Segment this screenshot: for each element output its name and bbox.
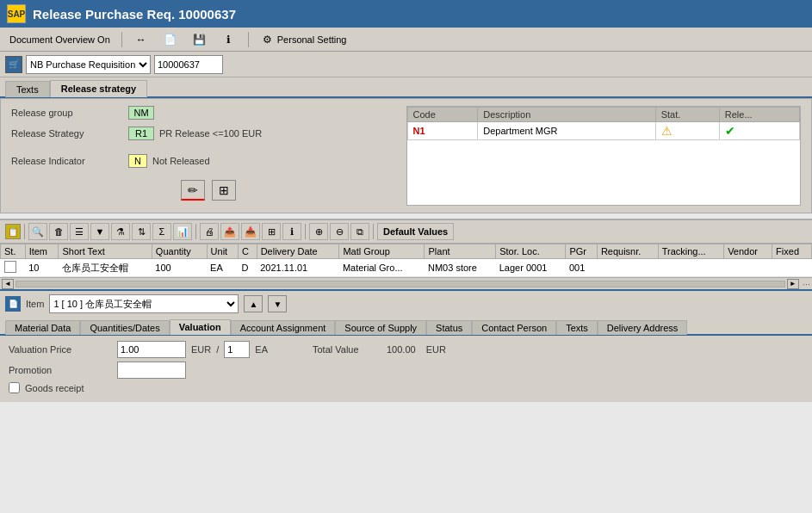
export-btn[interactable]: 📤: [220, 223, 239, 240]
save-btn[interactable]: 💾: [188, 29, 212, 50]
toolbar-separator-1: [121, 32, 122, 47]
items-table-row[interactable]: 10 仓库员工安全帽 100 EA D 2021.11.01 Material …: [1, 259, 812, 277]
tab-texts[interactable]: Texts: [5, 81, 50, 97]
sep3: [305, 224, 306, 239]
table-row[interactable]: N1 Department MGR ⚠ ✔: [407, 122, 800, 140]
tab-account-assignment[interactable]: Account Assignment: [231, 320, 336, 335]
valuation-price-row: Valuation Price EUR / EA Total Value 100…: [9, 341, 803, 358]
col-description: Description: [478, 108, 655, 122]
scroll-track[interactable]: [15, 281, 785, 287]
info-icon: ℹ: [221, 32, 237, 47]
tab-delivery-address[interactable]: Delivery Address: [598, 320, 688, 335]
sort-btn[interactable]: ⇅: [132, 223, 151, 240]
tab-material-data[interactable]: Material Data: [5, 320, 80, 335]
col-delivery-date: Delivery Date: [257, 244, 339, 259]
col-vendor: Vendor: [724, 244, 772, 259]
sum-btn[interactable]: Σ: [152, 223, 171, 240]
toolbar-separator-2: [248, 32, 249, 47]
info2-btn[interactable]: ℹ: [282, 223, 301, 240]
goods-receipt-label: Goods receipt: [25, 383, 128, 393]
row-delivery-date: 2021.11.01: [257, 259, 339, 277]
items-toolbar: 📋 🔍 🗑 ☰ ▼ ⚗ ⇅ Σ 📊 🖨 📤 📥 ⊞ ℹ ⊕ ⊖ ⧉ Defaul…: [0, 219, 812, 244]
promotion-input[interactable]: [117, 362, 186, 379]
search-btn[interactable]: 🔍: [28, 223, 47, 240]
default-values-btn[interactable]: Default Values: [377, 223, 454, 240]
tab-release-strategy[interactable]: Release strategy: [50, 80, 147, 97]
page-title: Release Purchase Req. 10000637: [33, 7, 236, 22]
doc-number-input[interactable]: [154, 55, 223, 74]
release-indicator-row: Release Indicator N Not Released: [11, 154, 406, 168]
nav-up-btn[interactable]: ▲: [244, 295, 263, 312]
filter-btn[interactable]: ▼: [90, 223, 109, 240]
document-overview-btn[interactable]: Document Overview On: [5, 32, 115, 47]
print-btn[interactable]: 🖨: [200, 223, 219, 240]
row-fixed: [772, 259, 812, 277]
graph-btn[interactable]: 📊: [173, 223, 192, 240]
valuation-price-input[interactable]: [117, 341, 186, 358]
info-btn[interactable]: ℹ: [217, 29, 241, 50]
release-strategy-text: PR Release <=100 EUR: [159, 128, 262, 139]
delete-btn[interactable]: 🗑: [49, 223, 68, 240]
item-detail-bar: 📄 Item 1 [ 10 ] 仓库员工安全帽 ▲ ▼: [0, 289, 812, 317]
scroll-left-btn[interactable]: ◄: [2, 279, 14, 289]
tab-texts[interactable]: Texts: [556, 320, 598, 335]
row-short-text: 仓库员工安全帽: [59, 259, 152, 277]
sep2: [195, 224, 196, 239]
grid-btn[interactable]: ⊞: [262, 223, 281, 240]
tab-contact-person[interactable]: Contact Person: [472, 320, 556, 335]
col-short-text: Short Text: [59, 244, 152, 259]
quantity-input[interactable]: [224, 341, 250, 358]
arrow-btn[interactable]: ↔: [129, 29, 153, 50]
main-toolbar: Document Overview On ↔ 📄 💾 ℹ ⚙ Personal …: [0, 28, 812, 52]
col-code: Code: [407, 108, 478, 122]
release-left-side: Release group NM Release Strategy R1 PR …: [11, 106, 406, 206]
nav-down-btn[interactable]: ▼: [268, 295, 287, 312]
collapse-btn[interactable]: ⊖: [330, 223, 349, 240]
total-value-text: 100.00: [387, 344, 416, 355]
tab-valuation[interactable]: Valuation: [170, 319, 231, 335]
tab-quantities-dates[interactable]: Quantities/Dates: [80, 320, 169, 335]
arrow-icon: ↔: [133, 32, 149, 47]
sep1: [24, 224, 25, 239]
item-select[interactable]: 1 [ 10 ] 仓库员工安全帽: [49, 294, 239, 313]
row-status: ⚠: [655, 122, 719, 140]
tab-source-of-supply[interactable]: Source of Supply: [335, 320, 426, 335]
import-btn[interactable]: 📥: [241, 223, 260, 240]
release-strategy-label: Release Strategy: [11, 128, 123, 139]
action-buttons: ✏ ⊞: [11, 175, 406, 206]
app-icon: SAP: [7, 4, 26, 23]
filter2-btn[interactable]: ⚗: [111, 223, 130, 240]
row-st: [1, 259, 26, 277]
total-currency-text: EUR: [426, 344, 446, 355]
detail-btn[interactable]: ⊞: [212, 180, 236, 201]
new-doc-btn[interactable]: 📄: [158, 29, 183, 50]
document-overview-label: Document Overview On: [9, 34, 110, 45]
title-bar: SAP Release Purchase Req. 10000637: [0, 0, 812, 28]
row-stor-loc: Lager 0001: [496, 259, 566, 277]
scroll-right-btn[interactable]: ►: [787, 279, 799, 289]
doc-type-icon: 🛒: [5, 56, 22, 73]
col-tracking: Tracking...: [658, 244, 723, 259]
row-code: N1: [407, 122, 478, 140]
personal-setting-btn[interactable]: ⚙ Personal Setting: [256, 29, 351, 50]
expand-btn[interactable]: ⊕: [309, 223, 328, 240]
list-btn[interactable]: ☰: [70, 223, 89, 240]
row-release: ✔: [719, 122, 799, 140]
scroll-position: ···: [803, 279, 810, 289]
goods-receipt-checkbox[interactable]: [9, 382, 20, 393]
row-matl-group: Material Gro...: [339, 259, 425, 277]
promotion-row: Promotion: [9, 362, 803, 379]
doc-type-select[interactable]: NB Purchase Requisition: [26, 55, 151, 74]
tab-status[interactable]: Status: [426, 320, 472, 335]
row-quantity: 100: [152, 259, 207, 277]
release-table: Code Description Stat. Rele... N1 Depart…: [407, 107, 801, 140]
copy-btn[interactable]: ⧉: [350, 223, 369, 240]
approve-btn[interactable]: ✏: [181, 180, 205, 201]
row-checkbox[interactable]: [4, 261, 16, 273]
release-group-value: NM: [128, 106, 154, 120]
detail-tab-bar: Material Data Quantities/Dates Valuation…: [0, 317, 812, 336]
row-tracking: [658, 259, 723, 277]
save-icon: 💾: [192, 32, 208, 47]
horizontal-scrollbar[interactable]: ◄ ► ···: [0, 277, 812, 289]
row-pgr: 001: [566, 259, 597, 277]
